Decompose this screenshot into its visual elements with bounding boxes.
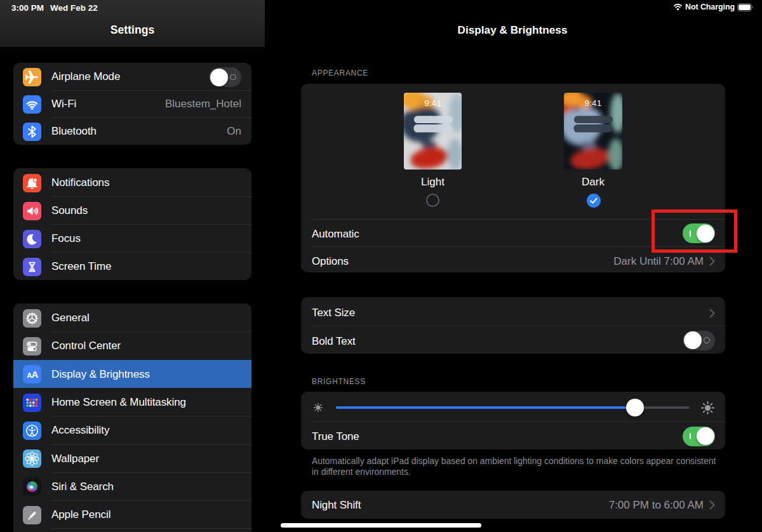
svg-text:9:41: 9:41: [585, 98, 601, 108]
svg-text:A: A: [31, 369, 38, 380]
svg-text:9:41: 9:41: [424, 98, 441, 108]
